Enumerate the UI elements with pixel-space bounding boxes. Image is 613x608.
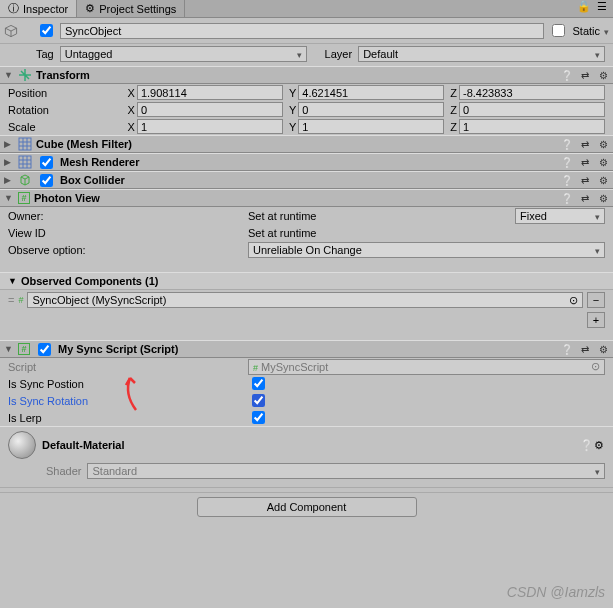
observe-dropdown[interactable]: Unreliable On Change [248, 242, 605, 258]
preset-icon[interactable]: ⇄ [579, 343, 591, 355]
foldout-icon[interactable]: ▼ [4, 193, 14, 203]
observed-object-field[interactable]: SyncObject (MySyncScript) ⊙ [27, 292, 583, 308]
layer-dropdown[interactable]: Default [358, 46, 605, 62]
foldout-icon[interactable]: ▶ [4, 139, 14, 149]
help-icon[interactable]: ❔ [561, 138, 573, 150]
rotation-z-field[interactable] [459, 102, 605, 117]
rotation-y-field[interactable] [298, 102, 444, 117]
is-lerp-row: Is Lerp [0, 409, 613, 426]
foldout-icon[interactable]: ▼ [4, 70, 14, 80]
x-label: X [128, 87, 135, 99]
material-header[interactable]: Default-Material ❔⚙ [0, 426, 613, 463]
box-collider-header[interactable]: ▶ Box Collider ❔⇄⚙ [0, 171, 613, 189]
script-icon: # [18, 295, 23, 305]
my-sync-script-header[interactable]: ▼ # My Sync Script (Script) ❔⇄⚙ [0, 340, 613, 358]
gear-icon[interactable]: ⚙ [597, 69, 609, 81]
help-icon[interactable]: ❔ [561, 174, 573, 186]
shader-label: Shader [46, 465, 81, 477]
shader-dropdown[interactable]: Standard [87, 463, 605, 479]
object-picker-icon[interactable]: ⊙ [569, 294, 578, 307]
preset-icon[interactable]: ⇄ [579, 156, 591, 168]
tag-label: Tag [36, 48, 54, 60]
mesh-filter-header[interactable]: ▶ Cube (Mesh Filter) ❔⇄⚙ [0, 135, 613, 153]
owner-label: Owner: [8, 210, 248, 222]
cube-icon [4, 24, 18, 38]
position-y-field[interactable] [298, 85, 444, 100]
is-sync-rotation-checkbox[interactable] [252, 394, 265, 407]
rotation-x-field[interactable] [137, 102, 283, 117]
gear-icon[interactable]: ⚙ [597, 174, 609, 186]
position-z-field[interactable] [459, 85, 605, 100]
object-header: Static [0, 18, 613, 44]
observed-object-value: SyncObject (MySyncScript) [32, 294, 166, 306]
viewid-label: View ID [8, 227, 248, 239]
svg-rect-0 [19, 138, 31, 150]
script-icon: # [18, 192, 30, 204]
transform-header[interactable]: ▼ Transform ❔ ⇄ ⚙ [0, 66, 613, 84]
tab-menu-icon[interactable]: ☰ [597, 0, 607, 17]
foldout-icon[interactable]: ▼ [8, 276, 17, 286]
drag-handle-icon[interactable]: = [8, 294, 14, 306]
gear-icon[interactable]: ⚙ [597, 343, 609, 355]
preset-icon[interactable]: ⇄ [579, 138, 591, 150]
gear-icon[interactable]: ⚙ [597, 138, 609, 150]
gear-icon[interactable]: ⚙ [597, 156, 609, 168]
help-icon[interactable]: ❔ [561, 343, 573, 355]
scale-row: Scale X Y Z [0, 118, 613, 135]
y-label: Y [289, 104, 296, 116]
script-enabled-checkbox[interactable] [38, 343, 51, 356]
gear-icon[interactable]: ⚙ [593, 439, 605, 451]
scale-z-field[interactable] [459, 119, 605, 134]
foldout-icon[interactable]: ▼ [4, 344, 14, 354]
box-collider-enabled-checkbox[interactable] [40, 174, 53, 187]
owner-mode-dropdown[interactable]: Fixed [515, 208, 605, 224]
tab-inspector[interactable]: ⓘ Inspector [0, 0, 77, 17]
svg-rect-1 [19, 156, 31, 168]
observe-label: Observe option: [8, 244, 248, 256]
add-component-button[interactable]: Add Component [197, 497, 417, 517]
mesh-renderer-header[interactable]: ▶ Mesh Renderer ❔⇄⚙ [0, 153, 613, 171]
foldout-icon[interactable]: ▶ [4, 157, 14, 167]
is-sync-rotation-row: Is Sync Rotation [0, 392, 613, 409]
position-label: Position [8, 87, 122, 99]
tab-project-settings[interactable]: ⚙ Project Settings [77, 0, 185, 17]
object-picker-icon: ⊙ [591, 360, 600, 373]
add-item-button[interactable]: + [587, 312, 605, 328]
tag-dropdown[interactable]: Untagged [60, 46, 307, 62]
help-icon[interactable]: ❔ [581, 439, 593, 451]
rotation-label: Rotation [8, 104, 122, 116]
preset-icon[interactable]: ⇄ [579, 192, 591, 204]
scale-x-field[interactable] [137, 119, 283, 134]
is-lerp-checkbox[interactable] [252, 411, 265, 424]
observed-components-header[interactable]: ▼ Observed Components (1) [0, 272, 613, 290]
preset-icon[interactable]: ⇄ [579, 174, 591, 186]
preset-icon[interactable]: ⇄ [579, 69, 591, 81]
gear-icon[interactable]: ⚙ [597, 192, 609, 204]
help-icon[interactable]: ❔ [561, 156, 573, 168]
help-icon[interactable]: ❔ [561, 192, 573, 204]
help-icon[interactable]: ❔ [561, 69, 573, 81]
box-collider-icon [18, 173, 32, 187]
layer-label: Layer [325, 48, 353, 60]
position-row: Position X Y Z [0, 84, 613, 101]
owner-row: Owner: Set at runtime Fixed [0, 207, 613, 224]
mesh-renderer-enabled-checkbox[interactable] [40, 156, 53, 169]
script-row: Script #MySyncScript ⊙ [0, 358, 613, 375]
y-label: Y [289, 121, 296, 133]
component-title: Mesh Renderer [60, 156, 557, 168]
position-x-field[interactable] [137, 85, 283, 100]
scale-y-field[interactable] [298, 119, 444, 134]
static-checkbox[interactable] [552, 24, 565, 37]
x-label: X [128, 104, 135, 116]
tab-label: Project Settings [99, 3, 176, 15]
lock-icon[interactable]: 🔒 [577, 0, 591, 17]
static-dropdown-icon[interactable] [604, 25, 609, 37]
is-sync-position-checkbox[interactable] [252, 377, 265, 390]
photon-view-header[interactable]: ▼ # Photon View ❔⇄⚙ [0, 189, 613, 207]
x-label: X [128, 121, 135, 133]
active-checkbox[interactable] [40, 24, 53, 37]
foldout-icon[interactable]: ▶ [4, 175, 14, 185]
owner-value: Set at runtime [248, 210, 515, 222]
object-name-field[interactable] [60, 23, 544, 39]
remove-item-button[interactable]: − [587, 292, 605, 308]
